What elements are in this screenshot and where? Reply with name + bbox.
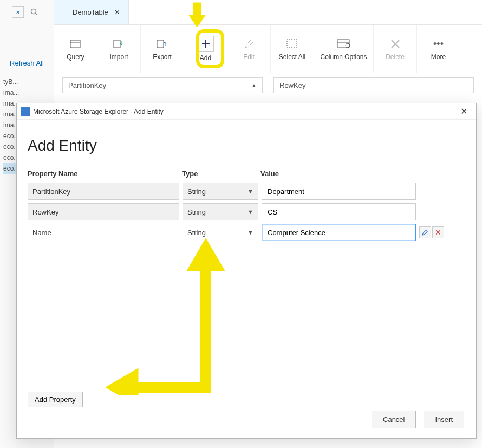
- property-row: RowKey String ▼: [28, 202, 465, 222]
- column-header-value: Value: [260, 170, 418, 178]
- property-value-input[interactable]: [262, 224, 416, 241]
- delete-button[interactable]: Delete: [374, 25, 417, 73]
- label: More: [431, 53, 446, 61]
- svg-rect-4: [114, 40, 120, 48]
- property-type-select[interactable]: String ▼: [183, 224, 258, 241]
- pencil-icon: [242, 37, 256, 51]
- columns-icon: [337, 37, 351, 51]
- query-icon: [69, 37, 83, 51]
- label: Add: [200, 54, 211, 62]
- import-button[interactable]: Import: [97, 25, 141, 73]
- import-icon: [112, 37, 126, 51]
- column-header-type: Type: [182, 170, 260, 178]
- query-button[interactable]: Query: [54, 25, 97, 73]
- add-entity-dialog: Microsoft Azure Storage Explorer - Add E…: [16, 103, 477, 439]
- value-input[interactable]: [266, 228, 411, 237]
- column-header-property-name: Property Name: [28, 170, 182, 178]
- edit-button[interactable]: Edit: [227, 25, 271, 73]
- select-all-icon: [285, 37, 299, 51]
- column-options-button[interactable]: Column Options: [314, 25, 374, 73]
- property-row: PartitionKey String ▼: [28, 181, 465, 202]
- delete-property-button[interactable]: ✕: [432, 226, 444, 238]
- tab-bar: DemoTable ×: [54, 0, 482, 24]
- label: Delete: [386, 53, 405, 61]
- dialog-footer: Cancel Insert: [372, 411, 464, 428]
- svg-rect-5: [157, 40, 164, 48]
- ellipsis-icon: •••: [432, 37, 446, 51]
- delete-icon: [388, 37, 402, 51]
- svg-rect-8: [287, 40, 297, 47]
- label: Import: [109, 53, 128, 61]
- property-row: Name String ▼ ✕: [28, 222, 465, 243]
- svg-point-0: [31, 9, 36, 14]
- chevron-down-icon: ▼: [247, 209, 253, 215]
- refresh-all-button[interactable]: Refresh All: [10, 59, 44, 67]
- add-button[interactable]: Add: [184, 25, 227, 73]
- type-label: String: [187, 229, 206, 237]
- column-headers: PartitionKey ▲ RowKey: [54, 73, 482, 98]
- property-table: Property Name Type Value PartitionKey St…: [28, 166, 465, 243]
- label: PartitionKey: [68, 81, 106, 89]
- chevron-down-icon: ▼: [247, 229, 253, 236]
- cancel-button[interactable]: Cancel: [372, 411, 416, 428]
- edit-property-button[interactable]: [419, 226, 431, 238]
- column-header-rowkey[interactable]: RowKey: [273, 77, 474, 93]
- type-label: String: [187, 208, 206, 216]
- export-icon: [155, 37, 170, 51]
- property-name-field[interactable]: Name: [28, 224, 179, 241]
- tab-close-icon[interactable]: ×: [113, 8, 122, 17]
- toolbar: Query Import Export Add Edit Select: [54, 24, 482, 73]
- sort-asc-icon: ▲: [251, 82, 257, 88]
- property-value-input[interactable]: [262, 203, 416, 220]
- property-type-select[interactable]: String ▼: [183, 183, 258, 200]
- type-label: String: [187, 187, 206, 196]
- export-button[interactable]: Export: [141, 25, 184, 73]
- chevron-down-icon: ▼: [247, 188, 253, 194]
- dialog-heading: Add Entity: [28, 137, 465, 154]
- value-input[interactable]: [266, 207, 411, 217]
- column-header-partition[interactable]: PartitionKey ▲: [62, 77, 263, 93]
- property-name-field: PartitionKey: [28, 183, 179, 200]
- label: Edit: [243, 53, 255, 61]
- label: RowKey: [279, 81, 305, 89]
- select-all-button[interactable]: Select All: [271, 25, 314, 73]
- property-name-field: RowKey: [28, 203, 179, 220]
- property-type-select[interactable]: String ▼: [183, 203, 258, 220]
- dialog-titlebar: Microsoft Azure Storage Explorer - Add E…: [17, 103, 476, 120]
- tab-demotable[interactable]: DemoTable ×: [54, 0, 129, 24]
- tree-item[interactable]: tyB...: [3, 76, 50, 87]
- value-input[interactable]: [266, 187, 411, 196]
- pencil-icon: [422, 229, 428, 236]
- property-value-input[interactable]: [262, 183, 416, 200]
- close-panel-button[interactable]: ×: [12, 6, 24, 18]
- app-icon: [21, 107, 30, 116]
- insert-button[interactable]: Insert: [424, 411, 464, 428]
- label: Select All: [279, 53, 305, 61]
- add-property-button[interactable]: Add Property: [28, 392, 83, 407]
- label: Export: [153, 53, 172, 61]
- svg-line-1: [36, 14, 38, 16]
- dialog-window-title: Microsoft Azure Storage Explorer - Add E…: [33, 108, 452, 115]
- more-button[interactable]: ••• More: [417, 25, 460, 73]
- table-icon: [61, 9, 68, 16]
- svg-rect-2: [70, 40, 80, 48]
- label: Query: [67, 53, 84, 61]
- tree-item[interactable]: ima...: [3, 87, 50, 98]
- search-icon[interactable]: [27, 4, 42, 20]
- tab-label: DemoTable: [73, 8, 108, 16]
- label: Column Options: [320, 53, 367, 61]
- dialog-close-button[interactable]: ✕: [455, 106, 472, 117]
- plus-icon: [198, 36, 214, 52]
